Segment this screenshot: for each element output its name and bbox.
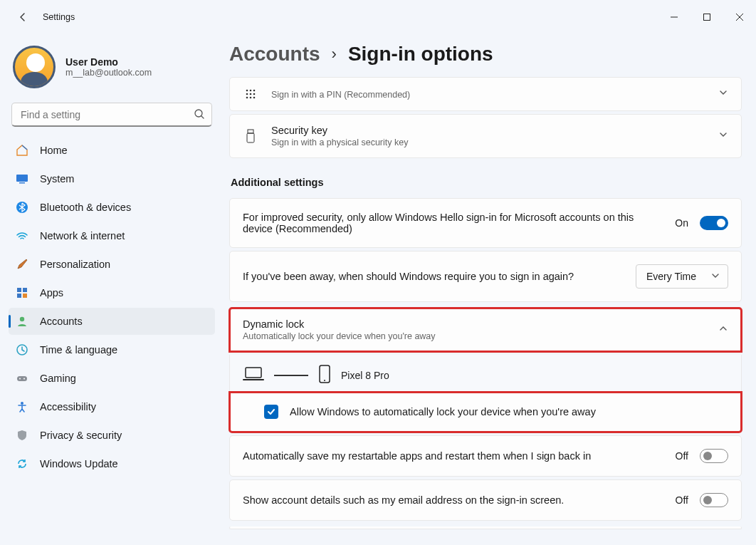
show-details-toggle[interactable] bbox=[700, 493, 728, 507]
nav-time[interactable]: Time & language bbox=[9, 336, 215, 363]
restart-apps-state: Off bbox=[676, 450, 688, 462]
dynamic-lock-header[interactable]: Dynamic lock Automatically lock your dev… bbox=[229, 308, 742, 352]
usb-key-icon bbox=[243, 128, 258, 144]
nav-accounts[interactable]: Accounts bbox=[9, 308, 215, 335]
nav-label: Network & internet bbox=[40, 230, 125, 242]
svg-rect-8 bbox=[23, 294, 27, 298]
home-icon bbox=[16, 144, 28, 157]
window-title: Settings bbox=[43, 12, 75, 22]
restart-apps-label: Automatically save my restartable apps a… bbox=[243, 450, 664, 462]
require-signin-row: If you've been away, when should Windows… bbox=[229, 251, 742, 302]
update-icon bbox=[16, 457, 28, 470]
nav-apps[interactable]: Apps bbox=[9, 279, 215, 306]
gamepad-icon bbox=[16, 372, 28, 385]
signin-method-security-key[interactable]: Security key Sign in with a physical sec… bbox=[229, 114, 742, 158]
user-block[interactable]: User Demo m__lab@outlook.com bbox=[9, 37, 215, 101]
phone-icon bbox=[318, 365, 331, 386]
nav: Home System Bluetooth & devices Network … bbox=[9, 137, 215, 477]
nav-label: Home bbox=[40, 145, 68, 156]
chevron-up-icon bbox=[718, 323, 728, 336]
nav-update[interactable]: Windows Update bbox=[9, 450, 215, 477]
apps-icon bbox=[16, 286, 28, 299]
maximize-button[interactable] bbox=[691, 0, 723, 34]
svg-point-19 bbox=[250, 93, 252, 95]
security-key-title: Security key bbox=[271, 125, 705, 136]
minimize-button[interactable] bbox=[658, 0, 691, 34]
nav-label: Windows Update bbox=[40, 458, 118, 469]
nav-bluetooth[interactable]: Bluetooth & devices bbox=[9, 194, 215, 221]
svg-rect-7 bbox=[17, 294, 21, 298]
nav-accessibility[interactable]: Accessibility bbox=[9, 393, 215, 420]
sidebar: User Demo m__lab@outlook.com Home System… bbox=[0, 34, 221, 545]
svg-rect-24 bbox=[248, 130, 253, 133]
svg-rect-5 bbox=[17, 288, 21, 292]
svg-point-15 bbox=[246, 90, 248, 92]
hello-only-state: On bbox=[675, 217, 688, 229]
signin-method-pin[interactable]: Sign in with a PIN (Recommended) bbox=[229, 77, 742, 111]
link-line bbox=[274, 375, 308, 376]
nav-personalization[interactable]: Personalization bbox=[9, 251, 215, 278]
chevron-down-icon bbox=[710, 271, 720, 283]
user-name: User Demo bbox=[65, 56, 152, 68]
nav-gaming[interactable]: Gaming bbox=[9, 365, 215, 392]
clock-icon bbox=[16, 343, 28, 356]
dynamic-lock-checkbox-label: Allow Windows to automatically lock your… bbox=[290, 406, 596, 417]
svg-point-22 bbox=[250, 97, 252, 99]
require-signin-value: Every Time bbox=[646, 271, 696, 282]
nav-label: Time & language bbox=[40, 344, 117, 355]
nav-network[interactable]: Network & internet bbox=[9, 222, 215, 249]
nav-system[interactable]: System bbox=[9, 165, 215, 192]
svg-rect-6 bbox=[23, 288, 27, 292]
svg-point-12 bbox=[19, 378, 21, 380]
nav-home[interactable]: Home bbox=[9, 137, 215, 164]
svg-point-14 bbox=[21, 402, 23, 405]
security-key-sub: Sign in with a physical security key bbox=[271, 137, 705, 147]
svg-rect-0 bbox=[704, 14, 710, 21]
svg-point-9 bbox=[20, 317, 24, 321]
hello-only-toggle[interactable] bbox=[700, 216, 728, 230]
nav-privacy[interactable]: Privacy & security bbox=[9, 422, 215, 449]
pin-sub: Sign in with a PIN (Recommended) bbox=[271, 90, 705, 100]
shield-icon bbox=[16, 429, 28, 442]
require-signin-select[interactable]: Every Time bbox=[636, 264, 728, 289]
chevron-down-icon bbox=[718, 88, 728, 100]
search-icon bbox=[194, 108, 205, 123]
svg-point-18 bbox=[246, 93, 248, 95]
breadcrumb: Accounts › Sign-in options bbox=[229, 43, 742, 66]
svg-rect-3 bbox=[19, 182, 25, 184]
nav-label: Apps bbox=[40, 287, 63, 299]
titlebar: Settings bbox=[0, 0, 756, 34]
back-button[interactable] bbox=[11, 6, 34, 28]
next-row-peek bbox=[229, 526, 742, 529]
dynamic-lock-checkbox[interactable] bbox=[264, 405, 278, 419]
user-email: m__lab@outlook.com bbox=[65, 68, 152, 78]
svg-rect-25 bbox=[247, 133, 254, 142]
show-details-row: Show account details such as my email ad… bbox=[229, 479, 742, 521]
brush-icon bbox=[16, 258, 28, 271]
system-icon bbox=[16, 172, 28, 185]
restart-apps-toggle[interactable] bbox=[700, 449, 728, 463]
search-input[interactable] bbox=[11, 103, 212, 127]
svg-rect-11 bbox=[17, 376, 27, 381]
close-button[interactable] bbox=[723, 0, 756, 34]
nav-label: Personalization bbox=[40, 259, 110, 270]
svg-point-23 bbox=[253, 97, 256, 99]
accounts-icon bbox=[16, 315, 28, 328]
wifi-icon bbox=[16, 229, 28, 242]
svg-point-17 bbox=[253, 90, 256, 92]
restart-apps-row: Automatically save my restartable apps a… bbox=[229, 435, 742, 477]
svg-rect-2 bbox=[16, 175, 28, 182]
show-details-state: Off bbox=[676, 494, 688, 506]
hello-only-row: For improved security, only allow Window… bbox=[229, 198, 742, 248]
svg-point-16 bbox=[250, 90, 252, 92]
svg-point-1 bbox=[195, 110, 202, 117]
page-title: Sign-in options bbox=[348, 43, 493, 66]
nav-label: System bbox=[40, 173, 74, 185]
nav-label: Privacy & security bbox=[40, 430, 122, 441]
nav-label: Accessibility bbox=[40, 401, 96, 412]
nav-label: Accounts bbox=[40, 316, 83, 327]
additional-settings-header: Additional settings bbox=[231, 177, 740, 188]
require-signin-label: If you've been away, when should Windows… bbox=[243, 271, 624, 282]
breadcrumb-parent[interactable]: Accounts bbox=[229, 43, 320, 66]
svg-point-21 bbox=[246, 97, 248, 99]
